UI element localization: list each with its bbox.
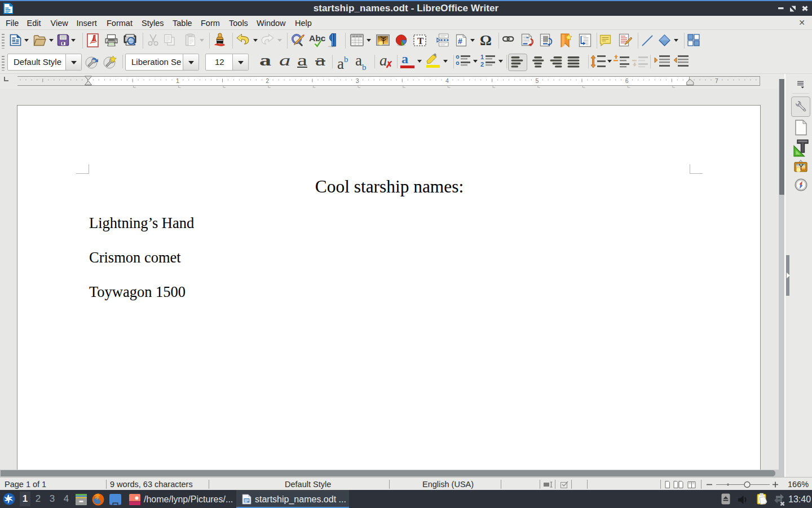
svg-text:T: T (417, 36, 424, 46)
svg-text:Abc: Abc (309, 33, 326, 43)
svg-text:1: 1 (480, 54, 484, 60)
svg-text:2: 2 (480, 61, 484, 68)
svg-text:Ω: Ω (480, 33, 492, 47)
svg-text:#: # (458, 37, 462, 46)
